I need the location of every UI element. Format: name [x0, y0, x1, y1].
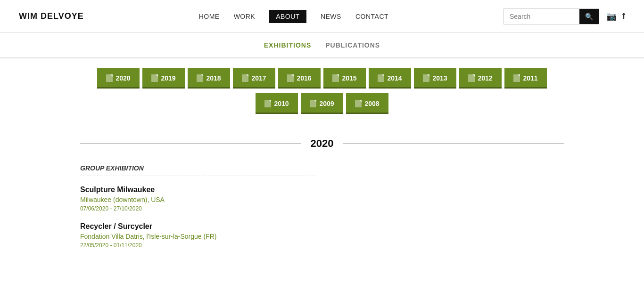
search-wrapper: 🔍 [504, 8, 599, 24]
sub-nav: EXHIBITIONS PUBLICATIONS [0, 33, 644, 58]
doc-icon-2011 [513, 74, 520, 82]
list-item: Recycler / Surcycler Fondation Villa Dat… [80, 222, 564, 249]
doc-icon-2009 [310, 100, 316, 107]
year-label-2020: 2020 [116, 74, 130, 82]
year-btn-2013[interactable]: 2013 [414, 68, 456, 89]
doc-icon-2014 [378, 74, 384, 82]
exhibition-location-1: Milwaukee (downtown), USA [80, 196, 564, 203]
main-nav: HOME WORK ABOUT NEWS CONTACT [199, 10, 388, 23]
year-btn-2017[interactable]: 2017 [233, 68, 275, 89]
nav-contact[interactable]: CONTACT [355, 13, 388, 20]
sub-nav-exhibitions[interactable]: EXHIBITIONS [264, 41, 311, 49]
site-title: WIM DELVOYE [19, 11, 84, 21]
doc-icon-2013 [423, 74, 429, 82]
year-label-2014: 2014 [387, 74, 402, 82]
year-label-2013: 2013 [432, 74, 447, 82]
year-label-2008: 2008 [364, 100, 379, 107]
search-button[interactable]: 🔍 [579, 9, 599, 24]
instagram-icon[interactable]: 📷 [606, 11, 617, 22]
social-icons: 📷 f [606, 11, 625, 22]
year-btn-2020[interactable]: 2020 [97, 68, 140, 89]
nav-home[interactable]: HOME [199, 13, 220, 20]
year-btn-2009[interactable]: 2009 [301, 93, 343, 114]
year-label-2015: 2015 [342, 74, 356, 82]
year-btn-2011[interactable]: 2011 [504, 68, 547, 89]
doc-icon-2017 [242, 74, 248, 82]
year-label-2009: 2009 [319, 100, 334, 107]
year-btn-2015[interactable]: 2015 [323, 68, 366, 89]
year-label-2012: 2012 [478, 74, 492, 82]
year-label-2018: 2018 [206, 74, 221, 82]
doc-icon-2012 [468, 74, 475, 82]
nav-work[interactable]: WORK [234, 13, 256, 20]
year-heading: 2020 [80, 137, 564, 150]
year-label-2010: 2010 [274, 100, 289, 107]
content-area: 2020 GROUP EXHIBITION Sculpture Milwauke… [0, 123, 644, 273]
current-year-label: 2020 [311, 137, 334, 150]
doc-icon-2020 [106, 74, 113, 82]
doc-icon-2016 [287, 74, 294, 82]
year-btn-2018[interactable]: 2018 [188, 68, 230, 89]
doc-icon-2018 [197, 74, 203, 82]
exhibition-location-2: Fondation Villa Datris, l'Isle-sur-la-So… [80, 233, 564, 240]
search-input[interactable] [504, 9, 579, 24]
list-item: Sculpture Milwaukee Milwaukee (downtown)… [80, 186, 564, 212]
year-btn-2008[interactable]: 2008 [346, 93, 388, 114]
year-btn-2016[interactable]: 2016 [278, 68, 321, 89]
doc-icon-2010 [264, 100, 271, 107]
exhibition-dates-1: 07/06/2020 - 27/10/2020 [80, 205, 564, 212]
doc-icon-2008 [355, 100, 362, 107]
heading-line-left [80, 144, 301, 144]
section-label: GROUP EXHIBITION [80, 164, 316, 176]
header-right: 🔍 📷 f [504, 8, 625, 24]
nav-news[interactable]: NEWS [321, 13, 341, 20]
exhibition-dates-2: 22/05/2020 - 01/11/2020 [80, 242, 564, 249]
year-buttons-row2: 2010 2009 2008 [0, 93, 644, 123]
year-label-2017: 2017 [251, 74, 266, 82]
year-label-2016: 2016 [297, 74, 311, 82]
year-btn-2010[interactable]: 2010 [256, 93, 298, 114]
nav-about[interactable]: ABOUT [269, 10, 306, 23]
year-btn-2019[interactable]: 2019 [142, 68, 185, 89]
exhibition-title-2: Recycler / Surcycler [80, 222, 564, 231]
year-btn-2014[interactable]: 2014 [369, 68, 411, 89]
heading-line-right [343, 144, 564, 144]
year-label-2011: 2011 [523, 74, 537, 82]
facebook-icon[interactable]: f [622, 11, 625, 21]
exhibition-title-1: Sculpture Milwaukee [80, 186, 564, 194]
year-label-2019: 2019 [161, 74, 175, 82]
year-buttons-row1: 2020 2019 2018 2017 2016 2015 2014 2013 … [0, 58, 644, 93]
doc-icon-2019 [151, 74, 158, 82]
sub-nav-publications[interactable]: PUBLICATIONS [325, 41, 380, 49]
year-btn-2012[interactable]: 2012 [459, 68, 502, 89]
doc-icon-2015 [332, 74, 339, 82]
